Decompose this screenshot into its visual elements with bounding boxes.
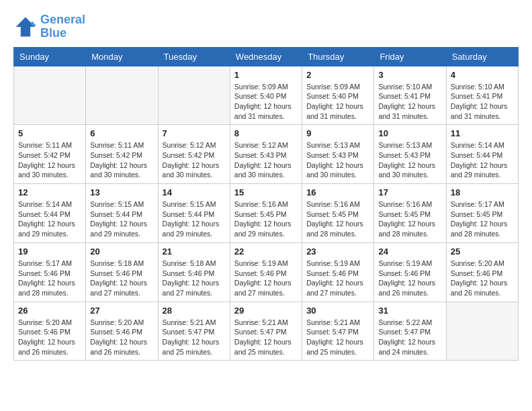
day-info: Sunrise: 5:20 AMSunset: 5:46 PMDaylight:… bbox=[18, 318, 81, 357]
day-info: Sunrise: 5:16 AMSunset: 5:45 PMDaylight:… bbox=[378, 199, 441, 239]
day-number: 15 bbox=[234, 187, 298, 197]
day-number: 26 bbox=[18, 306, 81, 316]
day-number: 21 bbox=[163, 246, 226, 257]
day-number: 28 bbox=[163, 306, 226, 316]
calendar-day-cell: 17Sunrise: 5:16 AMSunset: 5:45 PMDayligh… bbox=[374, 184, 446, 243]
day-number: 17 bbox=[378, 187, 441, 197]
day-number: 2 bbox=[306, 70, 369, 80]
day-number: 19 bbox=[18, 246, 81, 257]
calendar-table: SundayMondayTuesdayWednesdayThursdayFrid… bbox=[13, 47, 519, 361]
calendar-day-cell: 27Sunrise: 5:20 AMSunset: 5:46 PMDayligh… bbox=[86, 302, 158, 361]
calendar-day-cell: 3Sunrise: 5:10 AMSunset: 5:41 PMDaylight… bbox=[374, 66, 446, 125]
day-info: Sunrise: 5:14 AMSunset: 5:44 PMDaylight:… bbox=[451, 140, 514, 180]
day-info: Sunrise: 5:19 AMSunset: 5:46 PMDaylight:… bbox=[378, 259, 441, 298]
day-info: Sunrise: 5:10 AMSunset: 5:41 PMDaylight:… bbox=[378, 82, 441, 122]
day-number: 9 bbox=[306, 128, 369, 138]
weekday-header: Wednesday bbox=[230, 47, 302, 66]
day-info: Sunrise: 5:11 AMSunset: 5:42 PMDaylight:… bbox=[90, 140, 153, 180]
weekday-header: Sunday bbox=[14, 47, 86, 66]
calendar-week-row: 19Sunrise: 5:17 AMSunset: 5:46 PMDayligh… bbox=[14, 242, 519, 302]
day-number: 3 bbox=[378, 70, 441, 80]
calendar-week-row: 5Sunrise: 5:11 AMSunset: 5:42 PMDaylight… bbox=[14, 125, 519, 184]
calendar-day-cell: 19Sunrise: 5:17 AMSunset: 5:46 PMDayligh… bbox=[14, 242, 86, 302]
day-info: Sunrise: 5:19 AMSunset: 5:46 PMDaylight:… bbox=[306, 259, 369, 298]
calendar-day-cell: 30Sunrise: 5:21 AMSunset: 5:47 PMDayligh… bbox=[302, 302, 374, 361]
day-info: Sunrise: 5:18 AMSunset: 5:46 PMDaylight:… bbox=[163, 259, 226, 298]
page-header: General Blue bbox=[13, 13, 519, 40]
calendar-day-cell: 23Sunrise: 5:19 AMSunset: 5:46 PMDayligh… bbox=[302, 242, 374, 302]
calendar-day-cell: 31Sunrise: 5:22 AMSunset: 5:47 PMDayligh… bbox=[374, 302, 446, 361]
day-number: 27 bbox=[90, 306, 153, 316]
calendar-day-cell: 11Sunrise: 5:14 AMSunset: 5:44 PMDayligh… bbox=[446, 125, 518, 184]
weekday-header: Friday bbox=[374, 47, 446, 66]
calendar-day-cell: 29Sunrise: 5:21 AMSunset: 5:47 PMDayligh… bbox=[230, 302, 302, 361]
calendar-day-cell: 18Sunrise: 5:17 AMSunset: 5:45 PMDayligh… bbox=[446, 184, 518, 243]
calendar-day-cell: 26Sunrise: 5:20 AMSunset: 5:46 PMDayligh… bbox=[14, 302, 86, 361]
day-number: 16 bbox=[306, 187, 369, 197]
day-info: Sunrise: 5:22 AMSunset: 5:47 PMDaylight:… bbox=[378, 318, 441, 357]
day-number: 5 bbox=[18, 128, 81, 138]
day-info: Sunrise: 5:21 AMSunset: 5:47 PMDaylight:… bbox=[306, 318, 369, 357]
day-number: 14 bbox=[163, 187, 226, 197]
calendar-day-cell: 10Sunrise: 5:13 AMSunset: 5:43 PMDayligh… bbox=[374, 125, 446, 184]
calendar-day-cell: 6Sunrise: 5:11 AMSunset: 5:42 PMDaylight… bbox=[86, 125, 158, 184]
calendar-day-cell: 28Sunrise: 5:21 AMSunset: 5:47 PMDayligh… bbox=[158, 302, 230, 361]
calendar-day-cell: 16Sunrise: 5:16 AMSunset: 5:45 PMDayligh… bbox=[302, 184, 374, 243]
calendar-day-cell: 20Sunrise: 5:18 AMSunset: 5:46 PMDayligh… bbox=[86, 242, 158, 302]
day-number: 4 bbox=[451, 70, 514, 80]
calendar-day-cell: 5Sunrise: 5:11 AMSunset: 5:42 PMDaylight… bbox=[14, 125, 86, 184]
calendar-day-cell: 4Sunrise: 5:10 AMSunset: 5:41 PMDaylight… bbox=[446, 66, 518, 125]
calendar-day-cell bbox=[86, 66, 158, 125]
calendar-day-cell: 12Sunrise: 5:14 AMSunset: 5:44 PMDayligh… bbox=[14, 184, 86, 243]
day-info: Sunrise: 5:14 AMSunset: 5:44 PMDaylight:… bbox=[18, 199, 81, 239]
calendar-day-cell: 24Sunrise: 5:19 AMSunset: 5:46 PMDayligh… bbox=[374, 242, 446, 302]
calendar-week-row: 26Sunrise: 5:20 AMSunset: 5:46 PMDayligh… bbox=[14, 302, 519, 361]
day-info: Sunrise: 5:19 AMSunset: 5:46 PMDaylight:… bbox=[234, 259, 298, 298]
day-info: Sunrise: 5:21 AMSunset: 5:47 PMDaylight:… bbox=[234, 318, 298, 357]
day-info: Sunrise: 5:20 AMSunset: 5:46 PMDaylight:… bbox=[451, 259, 514, 298]
weekday-header: Tuesday bbox=[158, 47, 230, 66]
weekday-header: Thursday bbox=[302, 47, 374, 66]
calendar-week-row: 12Sunrise: 5:14 AMSunset: 5:44 PMDayligh… bbox=[14, 184, 519, 243]
day-number: 11 bbox=[451, 128, 514, 138]
day-info: Sunrise: 5:15 AMSunset: 5:44 PMDaylight:… bbox=[163, 199, 226, 239]
calendar-day-cell bbox=[158, 66, 230, 125]
day-number: 18 bbox=[451, 187, 514, 197]
day-info: Sunrise: 5:12 AMSunset: 5:43 PMDaylight:… bbox=[234, 140, 298, 180]
day-info: Sunrise: 5:17 AMSunset: 5:45 PMDaylight:… bbox=[451, 199, 514, 239]
day-info: Sunrise: 5:16 AMSunset: 5:45 PMDaylight:… bbox=[306, 199, 369, 239]
calendar-day-cell: 2Sunrise: 5:09 AMSunset: 5:40 PMDaylight… bbox=[302, 66, 374, 125]
day-info: Sunrise: 5:12 AMSunset: 5:42 PMDaylight:… bbox=[163, 140, 226, 180]
day-number: 12 bbox=[18, 187, 81, 197]
svg-marker-0 bbox=[16, 17, 36, 36]
day-number: 13 bbox=[90, 187, 153, 197]
day-number: 24 bbox=[378, 246, 441, 257]
day-info: Sunrise: 5:21 AMSunset: 5:47 PMDaylight:… bbox=[163, 318, 226, 357]
day-info: Sunrise: 5:16 AMSunset: 5:45 PMDaylight:… bbox=[234, 199, 298, 239]
calendar-day-cell: 9Sunrise: 5:13 AMSunset: 5:43 PMDaylight… bbox=[302, 125, 374, 184]
day-number: 22 bbox=[234, 246, 298, 257]
calendar-day-cell: 1Sunrise: 5:09 AMSunset: 5:40 PMDaylight… bbox=[230, 66, 302, 125]
day-info: Sunrise: 5:20 AMSunset: 5:46 PMDaylight:… bbox=[90, 318, 153, 357]
day-info: Sunrise: 5:09 AMSunset: 5:40 PMDaylight:… bbox=[306, 82, 369, 122]
calendar-day-cell bbox=[14, 66, 86, 125]
weekday-header: Monday bbox=[86, 47, 158, 66]
day-info: Sunrise: 5:11 AMSunset: 5:42 PMDaylight:… bbox=[18, 140, 81, 180]
day-number: 25 bbox=[451, 246, 514, 257]
day-info: Sunrise: 5:17 AMSunset: 5:46 PMDaylight:… bbox=[18, 259, 81, 298]
logo-text: General Blue bbox=[40, 13, 85, 40]
day-number: 20 bbox=[90, 246, 153, 257]
day-number: 29 bbox=[234, 306, 298, 316]
day-info: Sunrise: 5:15 AMSunset: 5:44 PMDaylight:… bbox=[90, 199, 153, 239]
logo-icon bbox=[13, 15, 38, 39]
day-number: 30 bbox=[306, 306, 369, 316]
day-number: 1 bbox=[234, 70, 298, 80]
day-number: 8 bbox=[234, 128, 298, 138]
day-info: Sunrise: 5:13 AMSunset: 5:43 PMDaylight:… bbox=[306, 140, 369, 180]
calendar-day-cell bbox=[446, 302, 518, 361]
calendar-header-row: SundayMondayTuesdayWednesdayThursdayFrid… bbox=[14, 47, 519, 66]
day-info: Sunrise: 5:09 AMSunset: 5:40 PMDaylight:… bbox=[234, 82, 298, 122]
day-info: Sunrise: 5:13 AMSunset: 5:43 PMDaylight:… bbox=[378, 140, 441, 180]
day-number: 7 bbox=[163, 128, 226, 138]
logo: General Blue bbox=[13, 13, 85, 40]
